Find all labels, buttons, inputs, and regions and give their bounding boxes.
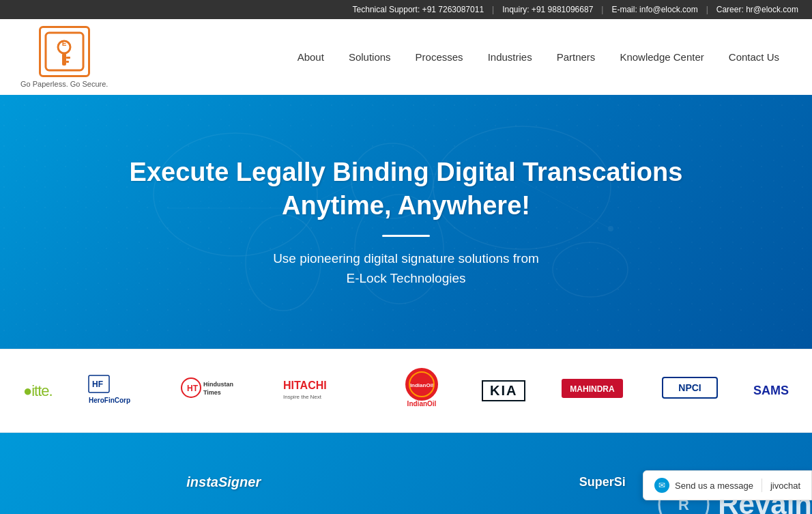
hero-section: Execute Legally Binding Digital Transcat…	[0, 95, 812, 349]
ht-logo-svg: HT Hindustan Times	[179, 374, 247, 408]
svg-text:HeroFinCorp: HeroFinCorp	[89, 397, 130, 404]
logo-area[interactable]: E Go Paperless. Go Secure.	[20, 26, 108, 88]
chat-separator	[762, 479, 762, 492]
chat-provider: jivochat	[770, 481, 800, 491]
site-header: E Go Paperless. Go Secure. About Solutio…	[0, 19, 812, 95]
logo-mahindra: MAHINDRA	[551, 369, 633, 413]
logo-ht: HT Hindustan Times	[172, 371, 254, 412]
separator-3: |	[706, 5, 708, 14]
chat-message: Send us a message	[675, 481, 753, 491]
client-logos-strip: ●itte. HF HeroFinCorp HT Hindustan Times…	[0, 349, 812, 433]
support-info: Technical Support: +91 7263087011	[353, 5, 484, 14]
npci-logo-svg: NPCI	[659, 372, 721, 410]
svg-text:HT: HT	[187, 384, 199, 393]
chat-icon: ✉	[654, 478, 669, 493]
logo-box: E	[39, 26, 90, 77]
nav-about[interactable]: About	[285, 46, 336, 68]
nav-processes[interactable]: Processes	[403, 46, 476, 68]
logo-kia: KIA	[475, 377, 532, 405]
svg-text:NPCI: NPCI	[678, 382, 701, 393]
herofinco-logo-svg: HF HeroFinCorp	[85, 372, 147, 410]
svg-text:HF: HF	[92, 380, 103, 389]
mahindra-logo-svg: MAHINDRA	[558, 372, 626, 410]
svg-text:HITACHI: HITACHI	[283, 380, 327, 391]
svg-text:E: E	[61, 40, 66, 47]
indianoil-logo-svg: IndianOil IndianOil	[394, 365, 449, 416]
nav-solutions[interactable]: Solutions	[336, 46, 403, 68]
nav-industries[interactable]: Industries	[476, 46, 545, 68]
career-info: Career: hr@elock.com	[716, 5, 798, 14]
nav-contact-us[interactable]: Contact Us	[716, 46, 792, 68]
separator-2: |	[601, 5, 603, 14]
svg-text:Inspire the Next: Inspire the Next	[283, 394, 322, 400]
hero-title: Execute Legally Binding Digital Transcat…	[130, 156, 683, 223]
svg-rect-2	[62, 53, 66, 66]
hero-subtitle: Use pioneering digital signature solutio…	[130, 249, 683, 288]
chat-widget[interactable]: ✉ Send us a message jivochat	[643, 470, 812, 500]
svg-rect-4	[66, 61, 69, 63]
supersign-logo: SuperSi	[579, 475, 626, 489]
logo-deloitte: ●itte.	[16, 379, 59, 403]
logo-samsung: SAMS	[746, 380, 796, 401]
logo-herofinco: HF HeroFinCorp	[78, 369, 154, 413]
hitachi-logo-svg: HITACHI Inspire the Next	[280, 374, 362, 408]
top-bar: Technical Support: +91 7263087011 | Inqu…	[0, 0, 812, 19]
svg-text:Hindustan: Hindustan	[203, 381, 233, 388]
svg-text:MAHINDRA: MAHINDRA	[570, 384, 615, 394]
logo-npci: NPCI	[652, 369, 727, 413]
inquiry-info: Inquiry: +91 9881096687	[502, 5, 593, 14]
svg-text:Times: Times	[203, 389, 221, 396]
instasigner-logo: instaSigner	[186, 474, 261, 490]
elock-logo-svg: E	[42, 29, 87, 74]
hero-divider	[382, 235, 430, 237]
email-info: E-mail: info@elock.com	[611, 5, 697, 14]
svg-text:IndianOil: IndianOil	[410, 382, 433, 388]
svg-rect-3	[66, 57, 70, 59]
hero-content: Execute Legally Binding Digital Transcat…	[116, 128, 697, 316]
main-nav: About Solutions Processes Industries Par…	[285, 46, 792, 68]
logo-indianoil: IndianOil IndianOil	[388, 362, 456, 420]
logo-hitachi: HITACHI Inspire the Next	[273, 371, 368, 412]
nav-partners[interactable]: Partners	[545, 46, 608, 68]
separator-1: |	[492, 5, 494, 14]
nav-knowledge-center[interactable]: Knowledge Center	[607, 46, 716, 68]
logo-tagline: Go Paperless. Go Secure.	[20, 80, 108, 88]
svg-text:IndianOil: IndianOil	[407, 400, 437, 408]
